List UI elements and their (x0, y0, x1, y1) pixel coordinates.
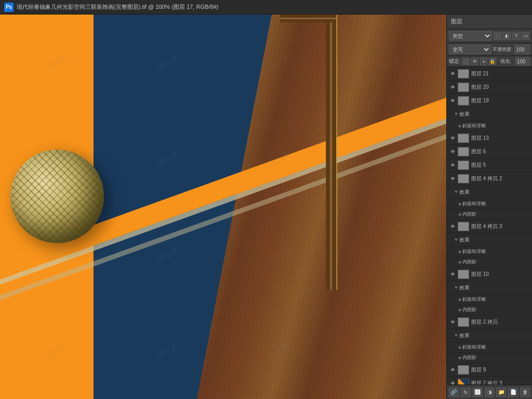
layer-effects-item[interactable]: ▼ 效果 (447, 185, 532, 199)
layer-item[interactable]: 👁 图层 2 拷贝 3 (447, 377, 532, 384)
lock-label: 锁定: (449, 58, 461, 65)
layers-lock-row: 锁定: ⬚ ✛ ⟛ 🔒 填充: (447, 56, 532, 67)
layer-name: 图层 21 (471, 70, 530, 77)
filter-pixel-icon[interactable]: ⬚ (494, 32, 502, 40)
visibility-icon[interactable]: 👁 (449, 271, 456, 278)
layer-effects-item[interactable]: ▼ 效果 (447, 281, 532, 295)
layer-name: 图层 10 (471, 271, 530, 278)
layer-name: 图层 2 拷贝 3 (471, 380, 530, 385)
canvas-area[interactable]: 觅元素 觅元素 觅元素 觅元素 觅元素 觅元素 觅元素 觅元素 觅元素 觅元素 … (0, 15, 446, 399)
filter-adjust-icon[interactable]: ◐ (503, 32, 511, 40)
layer-thumbnail (458, 69, 469, 78)
blend-mode-select[interactable]: 变亮 正常 正片叠底 (449, 45, 491, 54)
layer-thumbnail (458, 147, 469, 156)
photoshop-icon: Ps (4, 3, 14, 12)
layer-name: 斜面和浮雕 (462, 248, 530, 255)
visibility-icon[interactable]: 👁 (449, 162, 456, 169)
layer-name: 图层 2 拷贝 (471, 318, 530, 326)
new-adjustment-button[interactable]: ◑ (485, 388, 495, 397)
layer-name: 斜面和浮雕 (462, 201, 530, 207)
layer-effects-item[interactable]: ▼ 效果 (447, 108, 532, 121)
fill-label: 填充: (500, 58, 511, 65)
layers-search-row: 类型 名称 效果 ⬚ ◐ T ▭ (447, 29, 532, 43)
visibility-icon[interactable]: 👁 (449, 135, 456, 142)
layer-name: 斜面和浮雕 (462, 344, 530, 351)
layer-item[interactable]: 👁 图层 4 拷贝 3 (447, 220, 532, 233)
delete-layer-button[interactable]: 🗑 (520, 388, 530, 397)
visibility-icon[interactable]: 👁 (449, 70, 456, 77)
layer-name: 图层 5 (471, 162, 530, 169)
layer-name: 图层 4 拷贝 2 (471, 175, 530, 182)
layer-effects-item[interactable]: ▼ 效果 (447, 329, 532, 342)
layer-name: 效果 (459, 111, 530, 118)
layers-list[interactable]: 👁 图层 21 👁 图层 20 👁 图层 19 ▼ 效果 (447, 67, 532, 384)
layer-inner-shadow-item[interactable]: ◈ 内阴影 (447, 209, 532, 220)
layer-type-filter[interactable]: 类型 名称 效果 (449, 31, 492, 41)
layer-bevel-item[interactable]: ◈ 斜面和浮雕 (447, 121, 532, 131)
layer-inner-shadow-item[interactable]: ◈ 内阴影 (447, 353, 532, 363)
layer-name: 效果 (459, 284, 530, 291)
visibility-icon[interactable]: 👁 (449, 318, 456, 326)
new-layer-button[interactable]: 📄 (508, 388, 518, 397)
visibility-icon[interactable]: 👁 (449, 97, 456, 104)
layer-thumbnail (458, 161, 469, 170)
layer-thumbnail (458, 134, 469, 143)
layer-inner-shadow-item[interactable]: ◈ 内阴影 (447, 305, 532, 315)
layer-item[interactable]: 👁 图层 19 (447, 94, 532, 108)
artwork: 觅元素 觅元素 觅元素 觅元素 觅元素 觅元素 觅元素 觅元素 觅元素 觅元素 … (0, 15, 446, 399)
layer-inner-shadow-item[interactable]: ◈ 内阴影 (447, 257, 532, 268)
layer-bevel-item[interactable]: ◈ 斜面和浮雕 (447, 295, 532, 305)
layer-item[interactable]: 👁 图层 21 (447, 67, 532, 81)
opacity-label: 不透明度: (493, 46, 513, 53)
layer-item[interactable]: 👁 图层 5 (447, 158, 532, 172)
layer-name: 图层 6 (471, 148, 530, 155)
lock-all-icon[interactable]: 🔒 (489, 58, 496, 65)
layer-name: 效果 (459, 236, 530, 244)
visibility-icon[interactable]: 👁 (449, 84, 456, 91)
layer-thumbnail (458, 174, 469, 183)
layer-thumbnail (458, 379, 469, 385)
layer-item[interactable]: 👁 图层 9 (447, 363, 532, 377)
layer-link-button[interactable]: 🔗 (449, 388, 459, 397)
layer-name: 内阴影 (462, 259, 530, 265)
visibility-icon[interactable]: 👁 (449, 175, 456, 182)
filter-shape-icon[interactable]: ▭ (522, 32, 530, 40)
layer-bevel-item[interactable]: ◈ 斜面和浮雕 (447, 247, 532, 257)
new-group-button[interactable]: 📁 (496, 388, 506, 397)
fill-input[interactable] (515, 57, 530, 65)
layer-bevel-item[interactable]: ◈ 斜面和浮雕 (447, 342, 532, 353)
filter-text-icon[interactable]: T (512, 32, 521, 40)
opacity-input[interactable] (514, 45, 530, 54)
title-bar: Ps 现代轻奢抽象几何光影空间三联装饰画(完整图层).tif @ 100% (图… (0, 0, 532, 15)
lock-artboard-icon[interactable]: ⟛ (480, 58, 487, 65)
layer-name: 内阴影 (462, 211, 530, 218)
layer-style-button[interactable]: fx (461, 388, 471, 397)
layer-name: 内阴影 (462, 307, 530, 313)
layer-name: 图层 13 (471, 135, 530, 142)
visibility-icon[interactable]: 👁 (449, 380, 456, 385)
decorative-sphere (10, 150, 104, 243)
layer-name: 效果 (459, 189, 530, 196)
layer-name: 图层 19 (471, 97, 530, 104)
layer-item[interactable]: 👁 图层 10 (447, 268, 532, 281)
layer-thumbnail (458, 365, 469, 375)
layer-name: 效果 (459, 332, 530, 339)
lock-checkerboard-icon[interactable]: ⬚ (462, 58, 470, 65)
visibility-icon[interactable]: 👁 (449, 148, 456, 155)
layer-item[interactable]: 👁 图层 13 (447, 131, 532, 145)
layer-name: 图层 4 拷贝 3 (471, 223, 530, 230)
layer-mask-button[interactable]: ⬜ (473, 388, 483, 397)
layer-item[interactable]: 👁 图层 4 拷贝 2 (447, 172, 532, 185)
layer-name: 图层 9 (471, 366, 530, 374)
visibility-icon[interactable]: 👁 (449, 223, 456, 230)
layer-item[interactable]: 👁 图层 20 (447, 81, 532, 94)
visibility-icon[interactable]: 👁 (449, 366, 456, 374)
layer-bevel-item[interactable]: ◈ 斜面和浮雕 (447, 199, 532, 209)
layers-title: 图层 (451, 18, 462, 25)
layer-thumbnail (458, 96, 469, 105)
lock-position-icon[interactable]: ✛ (471, 58, 478, 65)
layer-item[interactable]: 👁 图层 2 拷贝 (447, 315, 532, 329)
layer-item[interactable]: 👁 图层 6 (447, 145, 532, 158)
search-icons: ⬚ ◐ T ▭ (494, 32, 530, 40)
layer-effects-item[interactable]: ▼ 效果 (447, 233, 532, 247)
